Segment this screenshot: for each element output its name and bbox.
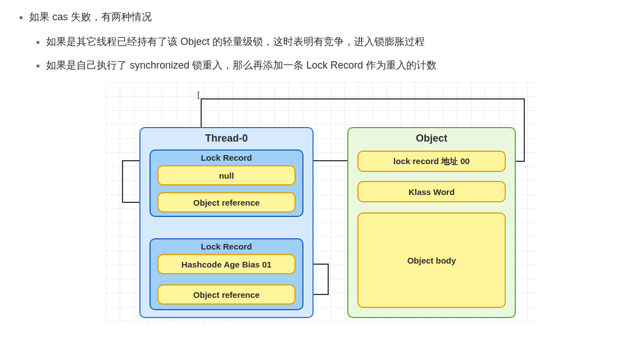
- lock-record-slot-hashcode: Hashcode Age Bias 01: [157, 254, 296, 274]
- lock-record-slot-objref: Object reference: [157, 284, 296, 305]
- bullet-item: 如果 cas 失败，有两种情况 如果是其它线程已经持有了该 Object 的轻量…: [29, 10, 627, 72]
- object-title: Object: [416, 133, 447, 144]
- slot-text: Klass Word: [409, 187, 455, 197]
- slot-text: Object body: [407, 256, 456, 265]
- bullet-sublist: 如果是其它线程已经持有了该 Object 的轻量级锁，这时表明有竞争，进入锁膨胀…: [29, 35, 627, 72]
- slot-text: Object reference: [193, 198, 260, 207]
- diagram: Thread-0 Lock Record null Object referen…: [106, 82, 538, 324]
- bullet-subitem: 如果是其它线程已经持有了该 Object 的轻量级锁，这时表明有竞争，进入锁膨胀…: [46, 35, 627, 48]
- slot-text: Hashcode Age Bias 01: [182, 260, 271, 269]
- thread-title: Thread-0: [205, 133, 248, 144]
- slot-text: null: [219, 171, 234, 180]
- object-body-slot: Object body: [357, 212, 506, 308]
- lock-record-slot-null: null: [157, 165, 296, 185]
- lock-record-title: Lock Record: [201, 153, 252, 162]
- bullet-text: 如果是其它线程已经持有了该 Object 的轻量级锁，这时表明有竞争，进入锁膨胀…: [46, 36, 425, 47]
- bullet-subitem: 如果是自己执行了 synchronized 锁重入，那么再添加一条 Lock R…: [46, 58, 627, 72]
- lock-record-slot-objref: Object reference: [157, 192, 296, 212]
- object-markword-slot: lock record 地址 00: [357, 151, 506, 172]
- object-klass-slot: Klass Word: [357, 181, 506, 202]
- lock-record-title: Lock Record: [201, 242, 252, 251]
- bullet-text: 如果 cas 失败，有两种情况: [29, 11, 152, 22]
- slot-text: lock record 地址 00: [393, 156, 470, 167]
- slot-text: Object reference: [193, 290, 260, 300]
- bullet-list: 如果 cas 失败，有两种情况 如果是其它线程已经持有了该 Object 的轻量…: [17, 10, 627, 72]
- bullet-text: 如果是自己执行了 synchronized 锁重入，那么再添加一条 Lock R…: [46, 60, 437, 71]
